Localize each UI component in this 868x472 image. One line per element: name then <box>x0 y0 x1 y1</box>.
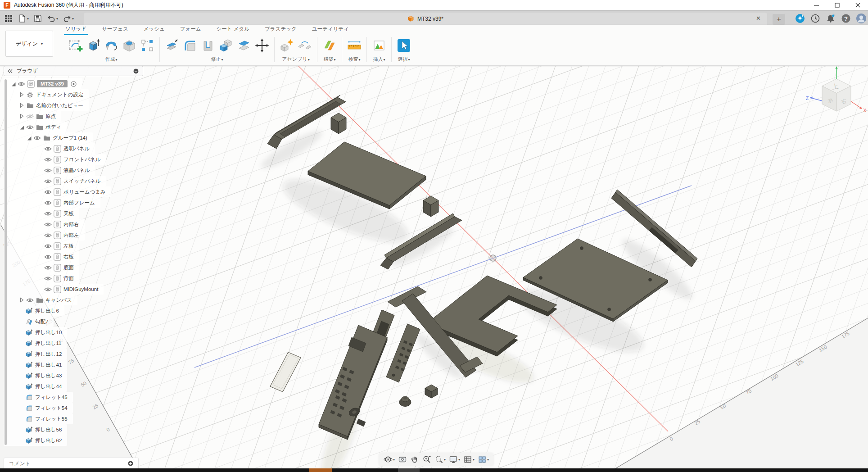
ribbon-tab-6[interactable]: プラスチック <box>263 26 298 35</box>
expand-open-icon[interactable] <box>18 125 25 130</box>
collapse-panel-icon[interactable] <box>8 69 13 73</box>
browser-item-label[interactable]: 内部左 <box>63 232 79 239</box>
browser-row-[interactable]: 右板 <box>4 251 79 262</box>
tool-joint-button[interactable] <box>296 36 314 55</box>
expand-closed-icon[interactable] <box>18 113 25 119</box>
browser-row-54[interactable]: フィレット54 <box>4 403 73 413</box>
browser-row-[interactable]: 内部フレーム <box>4 197 100 208</box>
browser-row-114[interactable]: グループ1 (14) <box>4 132 93 143</box>
browser-item-label[interactable]: 液晶パネル <box>63 167 90 174</box>
visibility-eye-icon[interactable] <box>25 125 35 130</box>
browser-item-label[interactable]: 勾配7 <box>35 318 48 325</box>
part-cube-2[interactable] <box>423 196 439 217</box>
ribbon-tab-1[interactable]: ソリッド <box>64 26 88 35</box>
zoom-button[interactable] <box>421 455 433 464</box>
tool-new-component-button[interactable] <box>278 36 296 55</box>
tool-construction-plane-button[interactable] <box>321 36 339 55</box>
browser-row-[interactable]: ドキュメントの設定 <box>4 89 89 100</box>
tool-create-sketch-button[interactable] <box>66 36 84 55</box>
browser-item-label[interactable]: MIDIGuyMount <box>63 286 98 292</box>
help-button[interactable]: ? <box>841 14 851 23</box>
minimize-button[interactable] <box>806 0 827 10</box>
browser-item-label[interactable]: 底面 <box>63 264 74 271</box>
ribbon-group-label[interactable]: 挿入 <box>373 56 383 62</box>
browser-item-label[interactable]: 押し出し44 <box>35 383 62 390</box>
new-tab-button[interactable]: + <box>773 14 785 25</box>
browser-item-label[interactable]: 押し出し41 <box>35 362 62 368</box>
ribbon-group-label[interactable]: 修正 <box>211 56 221 62</box>
document-tab[interactable]: MT32 v39* ✕ <box>84 13 767 25</box>
tool-revolve-button[interactable] <box>102 36 120 55</box>
browser-row-45[interactable]: フィレット45 <box>4 392 73 403</box>
expand-closed-icon[interactable] <box>18 92 25 97</box>
visibility-eye-icon[interactable] <box>43 168 53 173</box>
browser-item-label[interactable]: 内部右 <box>63 221 79 228</box>
browser-row-[interactable]: 名前の付いたビュー <box>4 100 89 111</box>
ribbon-tab-2[interactable]: サーフェス <box>100 26 130 35</box>
expand-closed-icon[interactable] <box>18 297 25 303</box>
browser-item-label[interactable]: 天板 <box>63 210 74 217</box>
ribbon-tab-5[interactable]: シート メタル <box>215 26 251 35</box>
browser-item-label[interactable]: 押し出し12 <box>35 351 62 358</box>
orbit-button[interactable]: ▾ <box>382 455 396 464</box>
browser-row-10[interactable]: 押し出し10 <box>4 327 67 338</box>
browser-item-label[interactable]: スイッチパネル <box>63 178 100 185</box>
browser-row-[interactable]: 天板 <box>4 208 79 219</box>
browser-row-[interactable]: フロントパネル <box>4 154 106 165</box>
browser-item-label[interactable]: 押し出し56 <box>35 427 62 433</box>
browser-row-[interactable]: 透明パネル <box>4 143 95 154</box>
expand-open-icon[interactable] <box>26 136 32 141</box>
tool-insert-canvas-button[interactable] <box>370 36 388 55</box>
browser-item-label[interactable]: ボリュームつまみ <box>63 189 106 195</box>
tool-offset-face-button[interactable] <box>235 36 253 55</box>
tool-measure-button[interactable] <box>345 36 363 55</box>
comment-bar[interactable]: コメント <box>4 458 139 469</box>
browser-row-[interactable]: 原点 <box>4 111 61 122</box>
file-new-button[interactable]: ▾ <box>16 13 30 24</box>
browser-row-[interactable]: 液晶パネル <box>4 165 95 176</box>
visibility-eye-icon[interactable] <box>43 233 53 238</box>
close-button[interactable] <box>847 0 868 10</box>
ribbon-group-label[interactable]: アセンブリ <box>282 56 307 62</box>
browser-scrollbar[interactable] <box>5 79 7 445</box>
tool-extrude-button[interactable] <box>84 36 102 55</box>
browser-row-43[interactable]: 押し出し43 <box>4 370 67 381</box>
browser-row-[interactable]: ボディ <box>4 122 67 132</box>
undo-button[interactable]: ▾ <box>45 13 59 24</box>
browser-row-12[interactable]: 押し出し12 <box>4 349 67 359</box>
part-cube-1[interactable] <box>331 113 346 134</box>
browser-row-[interactable]: スイッチパネル <box>4 176 106 186</box>
browser-item-label[interactable]: フィレット45 <box>35 394 68 401</box>
browser-item-label[interactable]: MT32 v39 <box>37 80 68 87</box>
browser-row-[interactable]: キャンバス <box>4 295 77 305</box>
browser-row-[interactable]: 内部左 <box>4 230 85 241</box>
browser-item-label[interactable]: キャンバス <box>45 297 72 304</box>
browser-row-[interactable]: 底面 <box>4 262 79 273</box>
browser-row-[interactable]: ボリュームつまみ <box>4 186 111 197</box>
visibility-eye-icon[interactable] <box>17 82 26 86</box>
browser-row-11[interactable]: 押し出し11 <box>4 338 67 349</box>
visibility-eye-icon[interactable] <box>43 287 53 292</box>
fit-button[interactable]: ▾ <box>433 455 447 464</box>
visibility-eye-icon[interactable] <box>43 222 53 227</box>
browser-item-label[interactable]: 名前の付いたビュー <box>36 102 83 109</box>
browser-row-[interactable]: 内部右 <box>4 219 85 230</box>
browser-item-label[interactable]: 左板 <box>63 243 74 250</box>
browser-row-[interactable]: 背面 <box>4 273 79 284</box>
viewports-button[interactable]: ▾ <box>476 455 490 464</box>
browser-item-label[interactable]: グループ1 (14) <box>53 135 87 141</box>
browser-item-label[interactable]: ボディ <box>45 124 61 131</box>
visibility-eye-icon[interactable] <box>43 179 53 184</box>
save-button[interactable] <box>32 13 44 24</box>
browser-item-label[interactable]: 右板 <box>63 254 74 260</box>
extensions-button[interactable] <box>795 14 805 23</box>
display-settings-button[interactable]: ▾ <box>448 455 461 464</box>
browser-item-label[interactable]: 押し出し6 <box>35 308 59 314</box>
viewcube-top-face[interactable]: 上 <box>832 82 839 91</box>
browser-item-label[interactable]: フィレット54 <box>35 405 68 412</box>
browser-item-label[interactable]: 背面 <box>63 275 74 282</box>
panel-minimize-icon[interactable] <box>133 68 139 74</box>
ribbon-group-label[interactable]: 構築 <box>323 56 333 62</box>
visibility-eye-icon[interactable] <box>43 146 53 151</box>
look-at-button[interactable] <box>397 455 408 464</box>
